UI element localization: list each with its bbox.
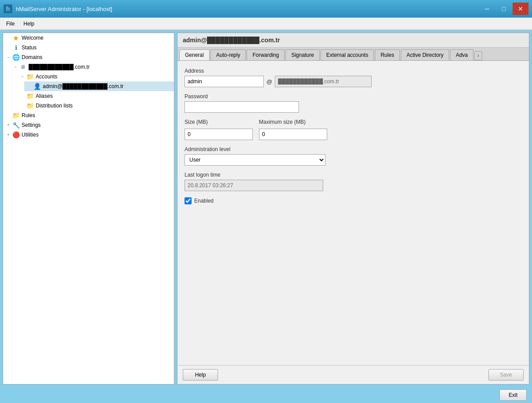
minimize-button[interactable]: ─ xyxy=(479,3,495,15)
tree-item-welcome[interactable]: ★ Welcome xyxy=(3,33,174,43)
close-button[interactable]: ✕ xyxy=(513,3,528,15)
maximize-button[interactable]: □ xyxy=(496,3,512,15)
menu-file[interactable]: File xyxy=(2,19,19,29)
exit-button[interactable]: Exit xyxy=(499,389,527,401)
expand-domains[interactable]: − xyxy=(5,54,12,61)
expand-rules xyxy=(5,112,12,119)
footer: Exit xyxy=(0,387,532,403)
password-input[interactable]: << Encrypted >> xyxy=(185,101,299,113)
enabled-label[interactable]: Enabled xyxy=(194,198,214,204)
form-content: Address @ Password << Encrypted >> Size … xyxy=(177,61,529,365)
size-input[interactable] xyxy=(185,129,253,140)
expand-domain1[interactable]: − xyxy=(12,63,19,70)
tab-advanced[interactable]: Adva xyxy=(450,49,473,60)
expand-status xyxy=(5,44,12,51)
maxsize-input[interactable] xyxy=(259,129,327,140)
expand-welcome xyxy=(5,34,12,41)
menu-bar: File Help xyxy=(0,18,532,30)
help-button[interactable]: Help xyxy=(183,369,218,381)
admin-level-label: Administration level xyxy=(185,146,522,152)
window-controls: ─ □ ✕ xyxy=(479,3,528,15)
tree-item-rules[interactable]: 📁 Rules xyxy=(3,111,174,120)
expand-admin xyxy=(26,83,33,90)
tab-signature[interactable]: Signature xyxy=(285,49,319,60)
address-local-input[interactable] xyxy=(185,76,264,87)
settings-icon: 🔧 xyxy=(12,121,20,129)
tab-forwarding[interactable]: Forwarding xyxy=(247,49,284,60)
tree-label-domains: Domains xyxy=(22,54,42,60)
tree-item-domain1[interactable]: − 🖥 ████████████.com.tr xyxy=(10,62,174,72)
tab-external[interactable]: External accounts xyxy=(321,49,374,60)
tree-label-settings: Settings xyxy=(22,122,41,128)
menu-help[interactable]: Help xyxy=(19,19,39,29)
size-label: Size (MB) xyxy=(185,119,253,125)
tree-label-welcome: Welcome xyxy=(22,35,44,41)
tree-item-settings[interactable]: + 🔧 Settings xyxy=(3,120,174,130)
server-icon: 🖥 xyxy=(19,63,27,71)
title-bar-left: h hMailServer Administrator - [localhost… xyxy=(4,4,112,13)
tree-item-utilities[interactable]: + 🔴 Utilities xyxy=(3,130,174,140)
expand-distlists xyxy=(19,102,26,109)
star-icon: ★ xyxy=(12,34,20,42)
tab-rules[interactable]: Rules xyxy=(375,49,400,60)
tabs-row: General Auto-reply Forwarding Signature … xyxy=(177,48,529,61)
folder-aliases-icon: 📁 xyxy=(26,92,34,100)
tree-label-accounts: Accounts xyxy=(36,74,57,80)
admin-level-select[interactable]: User Administrator xyxy=(185,154,325,166)
tree-label-utilities: Utilities xyxy=(22,132,39,138)
tree-item-status[interactable]: ℹ Status xyxy=(3,43,174,52)
tree-item-accounts[interactable]: − 📁 Accounts xyxy=(17,72,174,81)
app-icon: h xyxy=(4,4,12,13)
tree-label-aliases: Aliases xyxy=(36,93,53,99)
utilities-icon: 🔴 xyxy=(12,131,20,139)
folder-accounts-icon: 📁 xyxy=(26,73,34,81)
email-header: admin@████████████.com.tr xyxy=(177,33,529,48)
last-logon-group: Last logon time xyxy=(185,172,522,191)
expand-settings[interactable]: + xyxy=(5,122,12,129)
tree-label-status: Status xyxy=(22,44,37,51)
tree-label-rules: Rules xyxy=(22,112,35,118)
expand-aliases xyxy=(19,92,26,100)
tree-label-domain1: ████████████.com.tr xyxy=(29,64,90,70)
tab-scroll-right[interactable]: › xyxy=(474,51,482,60)
save-button[interactable]: Save xyxy=(488,369,524,381)
folder-rules-icon: 📁 xyxy=(12,111,20,119)
title-bar: h hMailServer Administrator - [localhost… xyxy=(0,0,532,18)
tab-activedir[interactable]: Active Directory xyxy=(401,49,449,60)
tab-autoreply[interactable]: Auto-reply xyxy=(211,49,246,60)
address-domain-input xyxy=(275,76,372,87)
right-panel: admin@████████████.com.tr General Auto-r… xyxy=(177,33,529,385)
address-row: @ xyxy=(185,76,522,87)
user-icon: 👤 xyxy=(33,82,41,90)
expand-utilities[interactable]: + xyxy=(5,131,12,138)
password-label: Password xyxy=(185,93,522,100)
at-sign: @ xyxy=(266,78,272,85)
info-icon: ℹ xyxy=(12,44,20,52)
bottom-bar: Help Save xyxy=(177,365,529,384)
folder-distlists-icon: 📁 xyxy=(26,102,34,110)
size-row: Size (MB) Maximum size (MB) xyxy=(185,119,522,140)
tree-panel: ★ Welcome ℹ Status − 🌐 Domains − 🖥 █████… xyxy=(3,33,174,385)
tree-item-domains[interactable]: − 🌐 Domains xyxy=(3,52,174,62)
tree-item-aliases[interactable]: 📁 Aliases xyxy=(17,91,174,101)
enabled-checkbox[interactable] xyxy=(185,197,192,204)
last-logon-label: Last logon time xyxy=(185,172,522,178)
address-label: Address xyxy=(185,68,522,74)
tree-item-admin-account[interactable]: 👤 admin@████████████.com.tr xyxy=(24,81,174,91)
admin-level-group: Administration level User Administrator xyxy=(185,146,522,166)
tree-label-admin: admin@████████████.com.tr xyxy=(43,83,124,89)
address-group: Address @ xyxy=(185,68,522,87)
size-group: Size (MB) Maximum size (MB) xyxy=(185,119,522,140)
password-group: Password << Encrypted >> xyxy=(185,93,522,113)
window-title: hMailServer Administrator - [localhost] xyxy=(16,6,112,12)
globe-icon: 🌐 xyxy=(12,53,20,61)
main-layout: ★ Welcome ℹ Status − 🌐 Domains − 🖥 █████… xyxy=(0,30,532,387)
maxsize-label: Maximum size (MB) xyxy=(259,119,327,125)
tab-general[interactable]: General xyxy=(179,49,210,61)
enabled-row: Enabled xyxy=(185,197,522,204)
tree-label-distlists: Distribution lists xyxy=(36,103,73,109)
tree-item-distlists[interactable]: 📁 Distribution lists xyxy=(17,101,174,111)
last-logon-input xyxy=(185,180,323,191)
expand-accounts[interactable]: − xyxy=(19,73,26,80)
